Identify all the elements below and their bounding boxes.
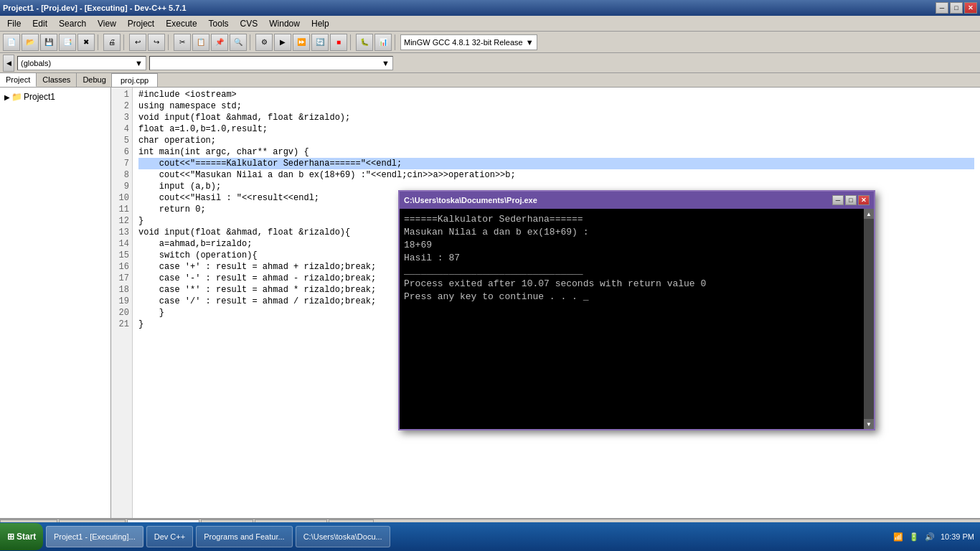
title-bar: Project1 - [Proj.dev] - [Executing] - De… bbox=[0, 0, 980, 16]
new-button[interactable]: 📄 bbox=[3, 34, 20, 51]
sep6 bbox=[395, 34, 397, 50]
app-title: Project1 - [Proj.dev] - [Executing] - De… bbox=[3, 4, 187, 12]
start-label: ⊞ Start bbox=[7, 532, 37, 542]
console-body: ======Kalkulator Sederhana======Masukan … bbox=[400, 209, 874, 429]
taskbar-item-0[interactable]: Project1 - [Executing]... bbox=[46, 526, 143, 547]
taskbar-item-1[interactable]: Dev C++ bbox=[146, 526, 193, 547]
taskbar-time: 10:39 PM bbox=[941, 532, 974, 541]
func-arrow-icon: ▼ bbox=[382, 59, 390, 67]
menu-file[interactable]: File bbox=[1, 17, 27, 30]
menu-project[interactable]: Project bbox=[122, 17, 160, 30]
run-button[interactable]: ▶ bbox=[274, 34, 291, 51]
console-line: ________________________________ bbox=[404, 265, 859, 278]
undo-button[interactable]: ↩ bbox=[129, 34, 146, 51]
console-title: C:\Users\toska\Documents\Proj.exe bbox=[404, 196, 537, 204]
compiler-dropdown[interactable]: MinGW GCC 4.8.1 32-bit Release ▼ bbox=[400, 34, 537, 50]
project-tree: ▶ 📁 Project1 bbox=[0, 88, 110, 518]
menu-bar: File Edit Search View Project Execute To… bbox=[0, 16, 980, 32]
file-tabs: proj.cpp bbox=[111, 73, 980, 88]
stop-button[interactable]: ■ bbox=[330, 34, 347, 51]
console-window-controls: ─ □ ✕ bbox=[832, 195, 870, 205]
tab-debug[interactable]: Debug bbox=[77, 73, 112, 87]
console-line: Process exited after 10.07 seconds with … bbox=[404, 278, 859, 291]
console-close-btn[interactable]: ✕ bbox=[858, 195, 870, 205]
find-button[interactable]: 🔍 bbox=[230, 34, 247, 51]
maximize-button[interactable]: □ bbox=[950, 2, 963, 14]
console-maximize-btn[interactable]: □ bbox=[845, 195, 857, 205]
close-file-button[interactable]: ✖ bbox=[77, 34, 95, 51]
left-panel: Project Classes Debug ▶ 📁 Project1 bbox=[0, 73, 111, 518]
menu-view[interactable]: View bbox=[92, 17, 122, 30]
toolbar-row2: ◀ (globals) ▼ ▼ bbox=[0, 53, 980, 73]
print-button[interactable]: 🖨 bbox=[103, 34, 121, 51]
start-button[interactable]: ⊞ Start bbox=[0, 523, 43, 550]
panel-tabs: Project Classes Debug bbox=[0, 73, 110, 88]
console-scrollbar[interactable]: ▲ ▼ bbox=[864, 209, 874, 429]
copy-button[interactable]: 📋 bbox=[192, 34, 209, 51]
toolbar-row1: 📄 📂 💾 📑 ✖ 🖨 ↩ ↪ ✂ 📋 📌 🔍 ⚙ ▶ ⏩ 🔄 ■ 🐛 📊 Mi… bbox=[0, 32, 980, 53]
dropdown-arrow-icon: ▼ bbox=[526, 38, 534, 47]
scope-btn1[interactable]: ◀ bbox=[3, 55, 14, 72]
tab-project[interactable]: Project bbox=[0, 73, 37, 87]
console-scroll-up[interactable]: ▲ bbox=[864, 209, 874, 219]
debug-button[interactable]: 🐛 bbox=[356, 34, 373, 51]
console-line: Press any key to continue . . . _ bbox=[404, 291, 859, 303]
open-button[interactable]: 📂 bbox=[22, 34, 39, 51]
taskbar-item-3[interactable]: C:\Users\toska\Docu... bbox=[296, 526, 390, 547]
redo-button[interactable]: ↪ bbox=[148, 34, 165, 51]
network-icon: 📶 bbox=[893, 532, 903, 542]
battery-icon: 🔋 bbox=[909, 532, 919, 542]
console-line: ======Kalkulator Sederhana====== bbox=[404, 213, 859, 226]
sound-icon: 🔊 bbox=[925, 532, 935, 542]
menu-window[interactable]: Window bbox=[263, 17, 306, 30]
minimize-button[interactable]: ─ bbox=[936, 2, 948, 14]
menu-search[interactable]: Search bbox=[53, 17, 92, 30]
folder-icon: 📁 bbox=[11, 92, 22, 102]
window-controls: ─ □ ✕ bbox=[936, 2, 977, 14]
console-line: Hasil : 87 bbox=[404, 252, 859, 265]
menu-execute[interactable]: Execute bbox=[160, 17, 202, 30]
line-numbers: 123456789101112131415161718192021 bbox=[111, 88, 133, 518]
taskbar: ⊞ Start Project1 - [Executing]...Dev C++… bbox=[0, 522, 980, 551]
tree-root[interactable]: ▶ 📁 Project1 bbox=[3, 90, 108, 103]
menu-tools[interactable]: Tools bbox=[203, 17, 235, 30]
chart-button[interactable]: 📊 bbox=[374, 34, 392, 51]
menu-help[interactable]: Help bbox=[306, 17, 335, 30]
taskbar-items: Project1 - [Executing]...Dev C++Programs… bbox=[43, 526, 887, 547]
function-dropdown[interactable]: ▼ bbox=[149, 56, 393, 70]
paste-button[interactable]: 📌 bbox=[211, 34, 228, 51]
expand-icon: ▶ bbox=[4, 93, 10, 101]
taskbar-item-2[interactable]: Programs and Featur... bbox=[196, 526, 293, 547]
sep3 bbox=[168, 34, 171, 50]
cut-button[interactable]: ✂ bbox=[174, 34, 191, 51]
console-line: 18+69 bbox=[404, 239, 859, 252]
taskbar-right: 📶 🔋 🔊 10:39 PM bbox=[887, 532, 980, 542]
menu-edit[interactable]: Edit bbox=[27, 17, 53, 30]
compile-button[interactable]: ⚙ bbox=[255, 34, 273, 51]
scope-dropdown[interactable]: (globals) ▼ bbox=[17, 56, 146, 70]
console-minimize-btn[interactable]: ─ bbox=[832, 195, 844, 205]
save-all-button[interactable]: 📑 bbox=[59, 34, 76, 51]
console-scroll-down[interactable]: ▼ bbox=[864, 419, 874, 429]
tab-classes[interactable]: Classes bbox=[37, 73, 77, 87]
rebuild-button[interactable]: 🔄 bbox=[311, 34, 329, 51]
sep5 bbox=[350, 34, 353, 50]
save-button[interactable]: 💾 bbox=[40, 34, 57, 51]
sep4 bbox=[250, 34, 253, 50]
console-scroll-track bbox=[864, 219, 874, 419]
console-title-bar: C:\Users\toska\Documents\Proj.exe ─ □ ✕ bbox=[400, 192, 874, 209]
compile-run-button[interactable]: ⏩ bbox=[293, 34, 310, 51]
sep1 bbox=[98, 34, 100, 50]
console-content: ======Kalkulator Sederhana======Masukan … bbox=[400, 209, 864, 429]
scope-arrow-icon: ▼ bbox=[135, 59, 143, 67]
menu-cvs[interactable]: CVS bbox=[235, 17, 264, 30]
sep2 bbox=[123, 34, 126, 50]
close-button[interactable]: ✕ bbox=[964, 2, 977, 14]
tab-proj-cpp[interactable]: proj.cpp bbox=[111, 73, 158, 87]
console-window: C:\Users\toska\Documents\Proj.exe ─ □ ✕ … bbox=[398, 190, 875, 430]
console-line: Masukan Nilai a dan b ex(18+69) : bbox=[404, 226, 859, 239]
